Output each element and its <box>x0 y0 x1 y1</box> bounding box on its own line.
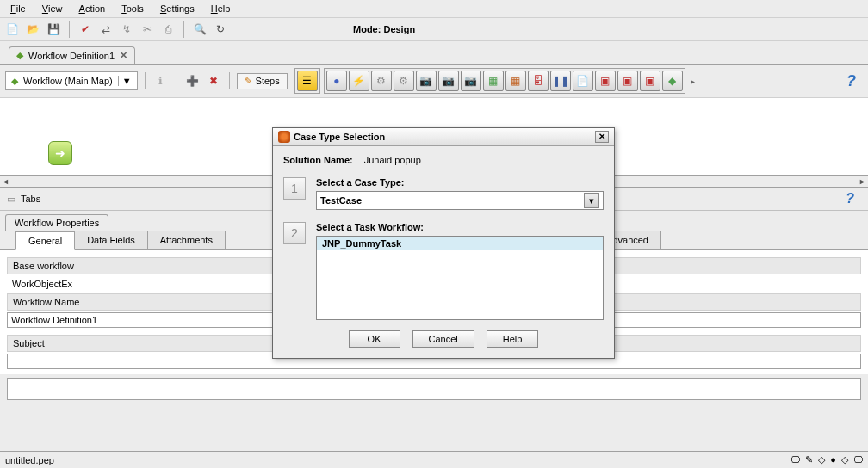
dialog-body: Solution Name: Junaid popup 1 Select a C… <box>273 146 614 358</box>
step-1-number: 1 <box>283 177 306 200</box>
workflow-toolbar: ◆ Workflow (Main Map) ▼ ℹ ➕ ✖ ✎ Steps ☰ … <box>0 65 868 98</box>
more-icon[interactable]: ▸ <box>691 77 695 86</box>
db-icon[interactable]: 🗄 <box>528 71 549 91</box>
gear2-icon[interactable]: ⚙ <box>394 71 414 91</box>
action4-icon[interactable]: ✂ <box>139 21 156 38</box>
dialog-close-button[interactable]: ✕ <box>595 131 609 143</box>
solution-name-row: Solution Name: Junaid popup <box>283 155 604 165</box>
document-tab-bar: ◆ Workflow Definition1 ✕ <box>0 41 868 65</box>
status-icon-6[interactable]: 🖵 <box>853 454 863 465</box>
document-tab[interactable]: ◆ Workflow Definition1 ✕ <box>9 46 135 64</box>
open-icon[interactable]: 📂 <box>24 21 41 38</box>
gear1-icon[interactable]: ⚙ <box>371 71 392 91</box>
case-type-dropdown-arrow[interactable]: ▾ <box>584 193 599 208</box>
dialog-titlebar[interactable]: Case Type Selection ✕ <box>273 128 614 146</box>
pause-icon[interactable]: ❚❚ <box>550 71 571 91</box>
validate-icon[interactable]: ✔ <box>77 21 94 38</box>
menu-settings[interactable]: Settings <box>153 2 202 15</box>
step-palette: ☰ <box>294 68 320 94</box>
java-icon <box>278 131 290 143</box>
new-icon[interactable]: 📄 <box>3 21 21 38</box>
main-toolbar: 📄 📂 💾 ✔ ⇄ ↯ ✂ ⎙ 🔍 ↻ Mode: Design <box>0 18 868 41</box>
status-icon-4[interactable]: ● <box>830 454 836 465</box>
status-bar: untitled.pep 🖵 ✎ ◇ ● ◇ 🖵 <box>0 451 868 468</box>
case-type-dropdown[interactable]: TestCase ▾ <box>316 191 604 210</box>
ok-button[interactable]: OK <box>349 330 400 348</box>
solution-name-label: Solution Name: <box>283 155 353 165</box>
add-map-icon[interactable]: ➕ <box>184 72 202 89</box>
step-1-row: 1 Select a Case Type: TestCase ▾ <box>283 177 604 210</box>
help-icon[interactable]: ? <box>846 72 863 90</box>
tabs-icon: ▭ <box>7 194 16 205</box>
tab-general[interactable]: General <box>16 231 75 250</box>
dropdown-arrow-icon[interactable]: ▼ <box>118 76 132 86</box>
pencil-icon: ✎ <box>245 76 252 87</box>
status-file: untitled.pep <box>5 455 54 465</box>
select-task-workflow-label: Select a Task Workflow: <box>316 222 604 232</box>
menu-file[interactable]: File <box>3 2 33 15</box>
status-icon-5[interactable]: ◇ <box>841 454 848 465</box>
circle-step-icon[interactable]: ● <box>326 71 347 91</box>
tab-data-fields[interactable]: Data Fields <box>74 231 148 249</box>
doc-icon[interactable]: 📄 <box>573 71 593 91</box>
action5-icon[interactable]: ⎙ <box>159 21 177 38</box>
blank-panel <box>7 378 861 400</box>
tabs-label-text: Tabs <box>21 194 40 204</box>
save-icon[interactable]: 💾 <box>45 21 62 38</box>
refresh-icon[interactable]: ↻ <box>212 21 229 38</box>
action3-icon[interactable]: ↯ <box>118 21 135 38</box>
red2-icon[interactable]: ▣ <box>617 71 638 91</box>
dialog-button-row: OK Cancel Help <box>283 325 604 351</box>
help-icon-2[interactable]: ? <box>846 191 861 206</box>
transfer-icon[interactable]: ⇄ <box>97 21 115 38</box>
camera-icon[interactable]: 📷 <box>416 71 437 91</box>
red3-icon[interactable]: ▣ <box>640 71 660 91</box>
box1-icon[interactable]: ▦ <box>483 71 504 91</box>
menu-action[interactable]: Action <box>72 2 113 15</box>
solution-name-value: Junaid popup <box>364 155 421 165</box>
help-button[interactable]: Help <box>487 330 539 348</box>
case-type-selection-dialog: Case Type Selection ✕ Solution Name: Jun… <box>272 127 615 359</box>
workflow-icon: ◆ <box>16 50 23 61</box>
camera3-icon[interactable]: 📷 <box>461 71 481 91</box>
tab-attachments[interactable]: Attachments <box>147 231 226 249</box>
status-icon-2[interactable]: ✎ <box>805 454 813 465</box>
list-step-icon[interactable]: ☰ <box>297 71 318 91</box>
cancel-button[interactable]: Cancel <box>412 330 474 348</box>
task-workflow-list[interactable]: JNP_DummyTask <box>316 236 604 320</box>
plug-step-icon[interactable]: ⚡ <box>349 71 369 91</box>
select-case-type-label: Select a Case Type: <box>316 177 604 188</box>
steps-button[interactable]: ✎ Steps <box>237 73 288 89</box>
diamond-icon[interactable]: ◆ <box>662 71 683 91</box>
info-icon[interactable]: ℹ <box>152 72 170 89</box>
workflow-map-selector[interactable]: ◆ Workflow (Main Map) ▼ <box>5 71 138 90</box>
camera2-icon[interactable]: 📷 <box>438 71 459 91</box>
document-tab-label: Workflow Definition1 <box>28 51 115 61</box>
start-step-node[interactable]: ➜ <box>48 141 72 165</box>
red1-icon[interactable]: ▣ <box>595 71 616 91</box>
status-icon-1[interactable]: 🖵 <box>790 454 800 465</box>
menu-view[interactable]: View <box>35 2 70 15</box>
menu-tools[interactable]: Tools <box>115 2 151 15</box>
status-icon-3[interactable]: ◇ <box>818 454 825 465</box>
workflow-green-icon: ◆ <box>11 76 18 87</box>
status-icons: 🖵 ✎ ◇ ● ◇ 🖵 <box>790 454 863 465</box>
zoom-icon[interactable]: 🔍 <box>191 21 208 38</box>
scroll-right-icon[interactable]: ► <box>859 177 866 186</box>
step-palette-2: ● ⚡ ⚙ ⚙ 📷 📷 📷 ▦ ▦ 🗄 ❚❚ 📄 ▣ ▣ ▣ ◆ <box>324 68 685 94</box>
task-workflow-item[interactable]: JNP_DummyTask <box>317 237 603 250</box>
case-type-value: TestCase <box>320 195 362 206</box>
workflow-map-label: Workflow (Main Map) <box>23 76 113 86</box>
workflow-properties-tab[interactable]: Workflow Properties <box>5 214 108 231</box>
box2-icon[interactable]: ▦ <box>505 71 526 91</box>
mode-label: Mode: Design <box>353 24 415 34</box>
delete-map-icon[interactable]: ✖ <box>205 72 222 89</box>
step-2-number: 2 <box>283 222 306 244</box>
step-2-row: 2 Select a Task Workflow: JNP_DummyTask <box>283 222 604 320</box>
dialog-title-text: Case Type Selection <box>294 132 385 142</box>
menu-bar: File View Action Tools Settings Help <box>0 0 868 18</box>
close-tab-icon[interactable]: ✕ <box>120 50 127 61</box>
scroll-left-icon[interactable]: ◄ <box>2 177 9 186</box>
menu-help[interactable]: Help <box>204 2 238 15</box>
